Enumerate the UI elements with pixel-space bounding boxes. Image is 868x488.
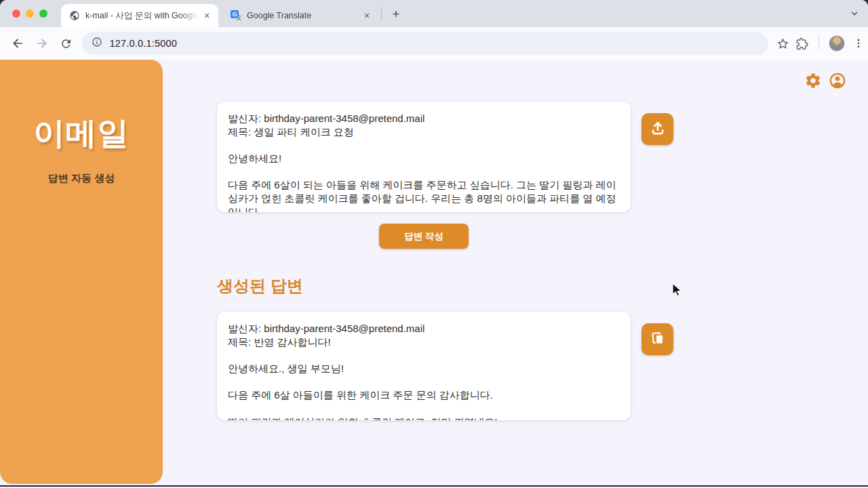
sidebar: 이메일 답변 자동 생성 xyxy=(0,60,163,484)
extensions-icon[interactable] xyxy=(793,34,812,53)
tab-title: k-mail - 사업 문의 with Google xyxy=(85,10,201,22)
tab-strip: k-mail - 사업 문의 with Google ✕ G文 Google T… xyxy=(0,0,868,27)
address-bar[interactable]: 127.0.0.1:5000 xyxy=(82,32,768,55)
app-title: 이메일 xyxy=(0,113,163,155)
email-greeting: 안녕하세요., 생일 부모님! xyxy=(228,362,620,375)
upload-icon xyxy=(649,119,667,139)
toolbar-divider xyxy=(818,37,819,50)
spacer xyxy=(228,375,620,389)
zoom-window-button[interactable] xyxy=(39,9,47,18)
browser-toolbar: 127.0.0.1:5000 xyxy=(0,27,868,60)
minimize-window-button[interactable] xyxy=(26,9,34,18)
forward-icon[interactable] xyxy=(33,34,52,53)
close-window-button[interactable] xyxy=(12,9,20,18)
email-body-clipped: 딸기 필링과 레이싱카가 얹힌 초콜릿 케이크, 정말 귀엽네요! xyxy=(228,415,620,420)
copy-icon xyxy=(649,329,667,349)
tab-kmail[interactable]: k-mail - 사업 문의 with Google ✕ xyxy=(61,4,218,27)
generated-reply-heading: 생성된 답변 xyxy=(217,275,303,297)
bookmark-star-icon[interactable] xyxy=(774,34,793,53)
generated-email-card: 발신자: birthday-parent-3458@pretend.mail 제… xyxy=(217,312,631,420)
copy-button[interactable] xyxy=(642,323,673,355)
account-icon[interactable] xyxy=(829,72,846,92)
menu-kebab-icon[interactable] xyxy=(849,34,868,53)
tab-google-translate[interactable]: G文 Google Translate ✕ xyxy=(224,4,378,27)
site-info-icon[interactable] xyxy=(92,37,102,50)
app-subtitle: 답변 자동 생성 xyxy=(0,172,163,185)
spacer xyxy=(228,402,620,415)
tab-divider xyxy=(381,7,382,20)
close-icon[interactable]: ✕ xyxy=(201,9,213,22)
compose-reply-button[interactable]: 답변 작성 xyxy=(379,224,469,249)
reload-icon[interactable] xyxy=(57,34,76,53)
spacer xyxy=(228,348,620,362)
email-subject: 제목: 생일 파티 케이크 요청 xyxy=(228,125,620,139)
email-body: 다음 주에 6살이 되는 아들을 위해 케이크를 주문하고 싶습니다. 그는 딸… xyxy=(228,178,620,212)
profile-avatar[interactable] xyxy=(829,35,845,52)
new-tab-button[interactable]: + xyxy=(388,6,404,22)
chevron-down-icon[interactable] xyxy=(846,5,863,22)
globe-icon xyxy=(69,10,80,21)
gear-icon[interactable] xyxy=(804,72,822,92)
email-from: 발신자: birthday-parent-3458@pretend.mail xyxy=(228,322,620,336)
close-icon[interactable]: ✕ xyxy=(361,9,373,22)
tab-title: Google Translate xyxy=(247,11,361,20)
spacer xyxy=(228,138,620,152)
email-greeting: 안녕하세요! xyxy=(228,152,620,165)
toolbar-right xyxy=(774,34,868,53)
email-from: 발신자: birthday-parent-3458@pretend.mail xyxy=(228,112,620,125)
browser-window: k-mail - 사업 문의 with Google ✕ G文 Google T… xyxy=(0,0,868,488)
email-subject: 제목: 반영 감사합니다! xyxy=(228,336,620,349)
mouse-cursor xyxy=(672,283,684,302)
upload-button[interactable] xyxy=(642,113,673,145)
url-text[interactable]: 127.0.0.1:5000 xyxy=(109,38,177,49)
back-icon[interactable] xyxy=(8,34,27,53)
page-content: 이메일 답변 자동 생성 발신자: birthday-parent-3458@p… xyxy=(0,60,868,487)
translate-icon: G文 xyxy=(231,10,241,21)
spacer xyxy=(228,165,620,179)
window-bottom-edge xyxy=(0,485,868,487)
email-body: 다음 주에 6살 아들이를 위한 케이크 주문 문의 감사합니다. xyxy=(228,388,620,402)
incoming-email-card: 발신자: birthday-parent-3458@pretend.mail 제… xyxy=(217,102,631,212)
